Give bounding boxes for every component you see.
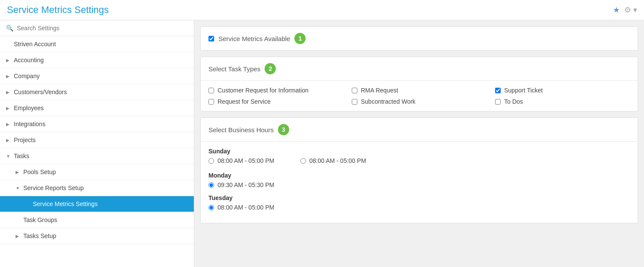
day-sunday-label: Sunday: [208, 148, 630, 155]
sidebar-item-task-groups[interactable]: Task Groups: [0, 212, 194, 228]
chevron-icon: [6, 106, 11, 111]
sidebar-item-tasks[interactable]: Tasks: [0, 148, 194, 164]
checkbox-td[interactable]: [495, 99, 501, 105]
task-type-td: To Dos: [495, 98, 630, 105]
task-types-grid: Customer Request for Information RMA Req…: [208, 87, 630, 105]
sidebar-item-projects[interactable]: Projects: [0, 132, 194, 148]
section2-body: Customer Request for Information RMA Req…: [201, 81, 638, 111]
chevron-icon: [6, 122, 11, 127]
task-type-cri: Customer Request for Information: [208, 87, 343, 94]
header: Service Metrics Settings ★ ⚙ ▾: [0, 0, 644, 20]
chevron-icon: [6, 154, 11, 159]
sunday-option-2: 08:00 AM - 05:00 PM: [300, 157, 366, 164]
section1-badge: 1: [294, 33, 306, 44]
sidebar-item-service-metrics-settings[interactable]: Service Metrics Settings: [0, 196, 194, 212]
day-tuesday: Tuesday 08:00 AM - 05:00 PM: [208, 194, 630, 211]
monday-option-1: 09:30 AM - 05:30 PM: [208, 181, 630, 188]
section3-badge: 3: [278, 124, 289, 135]
section-business-hours: Select Business Hours 3 Sunday 08:00 AM …: [200, 118, 638, 223]
task-type-rma: RMA Request: [352, 87, 486, 94]
content-area: Service Metrics Available 1 Select Task …: [194, 20, 644, 267]
chevron-icon: [6, 74, 11, 79]
day-monday-label: Monday: [208, 172, 630, 179]
sunday-option-1: 08:00 AM - 05:00 PM: [208, 157, 275, 164]
section1-header: Service Metrics Available 1: [201, 27, 638, 50]
chevron-icon: [6, 58, 11, 63]
section3-header: Select Business Hours 3: [201, 118, 638, 141]
tuesday-option-1: 08:00 AM - 05:00 PM: [208, 204, 630, 211]
sidebar-item-customers-vendors[interactable]: Customers/Vendors: [0, 84, 194, 100]
task-type-rfs: Request for Service: [208, 98, 343, 105]
service-metrics-available-label[interactable]: Service Metrics Available: [218, 35, 290, 42]
checkbox-sub[interactable]: [352, 99, 357, 105]
section2-header: Select Task Types 2: [201, 57, 638, 80]
monday-radio-1[interactable]: [208, 182, 214, 188]
chevron-icon: [16, 186, 21, 191]
sidebar-item-tasks-setup[interactable]: Tasks Setup: [0, 228, 194, 244]
chevron-icon: [16, 234, 21, 238]
section3-body: Sunday 08:00 AM - 05:00 PM 08:00 AM - 05…: [201, 142, 638, 223]
sunday-radio-1[interactable]: [208, 158, 214, 164]
section-service-metrics-available: Service Metrics Available 1: [200, 26, 638, 51]
day-sunday-options: 08:00 AM - 05:00 PM 08:00 AM - 05:00 PM: [208, 157, 630, 166]
page-title: Service Metrics Settings: [7, 4, 109, 16]
checkbox-rma[interactable]: [352, 88, 357, 93]
section2-badge: 2: [265, 63, 276, 74]
sidebar: 🔍 Striven Account Accounting Company Cus…: [0, 20, 194, 267]
chevron-icon: [6, 138, 11, 143]
checkbox-st[interactable]: [495, 88, 501, 93]
task-type-st: Support Ticket: [495, 87, 630, 94]
section-task-types: Select Task Types 2 Customer Request for…: [200, 57, 638, 111]
sidebar-item-employees[interactable]: Employees: [0, 100, 194, 116]
sidebar-item-company[interactable]: Company: [0, 68, 194, 84]
sidebar-item-pools-setup[interactable]: Pools Setup: [0, 164, 194, 180]
search-bar: 🔍: [0, 20, 194, 36]
checkbox-rfs[interactable]: [208, 99, 214, 105]
sidebar-item-striven-account[interactable]: Striven Account: [0, 36, 194, 52]
section2-title: Select Task Types: [208, 65, 260, 73]
main-layout: 🔍 Striven Account Accounting Company Cus…: [0, 20, 644, 267]
tuesday-radio-1[interactable]: [208, 205, 214, 210]
chevron-icon: [16, 170, 21, 175]
sidebar-item-integrations[interactable]: Integrations: [0, 116, 194, 132]
service-metrics-available-checkbox[interactable]: [208, 36, 214, 41]
star-icon[interactable]: ★: [613, 5, 620, 15]
section3-title: Select Business Hours: [208, 126, 274, 134]
chevron-icon: [6, 90, 11, 95]
sidebar-item-accounting[interactable]: Accounting: [0, 52, 194, 68]
day-sunday: Sunday 08:00 AM - 05:00 PM 08:00 AM - 05…: [208, 148, 630, 166]
gear-icon[interactable]: ⚙ ▾: [624, 5, 637, 15]
day-tuesday-label: Tuesday: [208, 194, 630, 201]
checkbox-cri[interactable]: [208, 88, 214, 93]
task-type-sub: Subcontracted Work: [352, 98, 486, 105]
day-monday: Monday 09:30 AM - 05:30 PM: [208, 172, 630, 188]
search-input[interactable]: [17, 25, 188, 32]
sidebar-item-service-reports-setup[interactable]: Service Reports Setup: [0, 180, 194, 196]
header-icons: ★ ⚙ ▾: [613, 5, 637, 15]
sunday-radio-2[interactable]: [300, 158, 306, 164]
search-icon: 🔍: [6, 25, 13, 32]
